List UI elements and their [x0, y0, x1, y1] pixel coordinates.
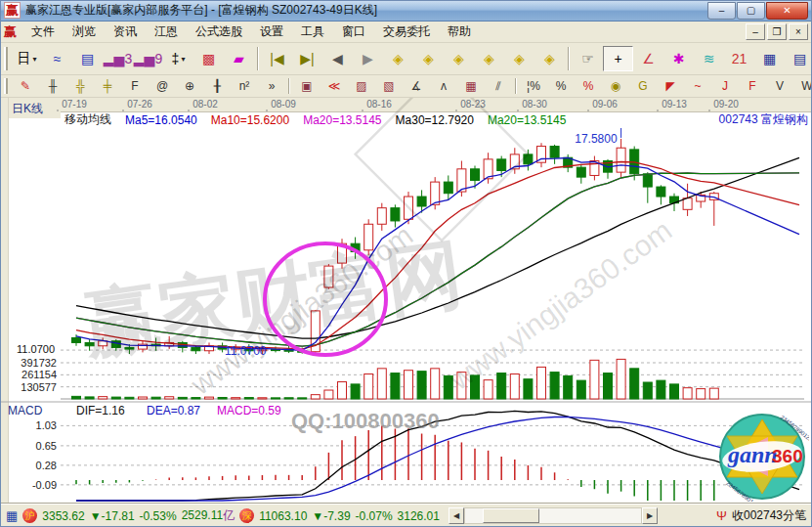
menu-item-7[interactable]: 工具: [292, 22, 333, 42]
dropdown-arrow-icon[interactable]: ▾: [181, 55, 185, 64]
gann-fan-tool[interactable]: ≪: [321, 76, 348, 97]
prev-page-button[interactable]: ◀: [322, 46, 353, 71]
menu-item-6[interactable]: 设置: [251, 22, 292, 42]
shanghai-badge-icon[interactable]: 沪: [22, 508, 37, 523]
volume-9-icon[interactable]: ▂▅9: [133, 46, 163, 71]
report-note-icon[interactable]: ▤: [72, 46, 103, 71]
f-line-tool[interactable]: F: [739, 76, 766, 97]
minimize-button[interactable]: –: [707, 2, 736, 20]
scale-diamond-5[interactable]: ◈: [504, 46, 534, 71]
minute-chart-icon[interactable]: ≈: [42, 46, 72, 71]
macd-axis-label: 1.03: [36, 419, 57, 431]
percent-line-tool[interactable]: %: [575, 76, 602, 97]
dense-grid-tool[interactable]: ▦: [457, 76, 485, 97]
toolbar-grip[interactable]: [4, 78, 8, 94]
next-page-button[interactable]: ▶: [353, 46, 383, 71]
menu-item-5[interactable]: 公式选股: [187, 22, 251, 42]
menu-item-10[interactable]: 帮助: [439, 22, 480, 42]
box-measure-tool[interactable]: ▣: [293, 76, 321, 97]
fan-square-tool[interactable]: ▨: [348, 76, 375, 97]
mdi-close-button[interactable]: ×: [789, 23, 808, 40]
gann-compass-tool[interactable]: ⊕: [176, 76, 203, 97]
fibonacci-tool[interactable]: F: [121, 76, 149, 97]
gann-line-tool[interactable]: W: [793, 76, 812, 97]
angle-measure-tool[interactable]: ∠: [633, 46, 663, 71]
gann-scale-tool[interactable]: ╫: [39, 76, 66, 97]
chip-distribution-icon-glyph: ▩: [202, 51, 215, 66]
crosshair-tool[interactable]: +: [603, 46, 633, 71]
board-grid-icon[interactable]: ▦: [6, 508, 18, 523]
sh-percent-value: -0.53%: [140, 509, 177, 523]
spiral-tool-glyph: @: [156, 79, 168, 93]
toolbar-separator: [257, 47, 259, 70]
calendar-icon[interactable]: 21: [724, 46, 754, 71]
notes-icon[interactable]: ▤: [785, 46, 812, 71]
calculator-icon[interactable]: ▦: [754, 46, 785, 71]
tick-ruler-tool[interactable]: ╂: [203, 76, 231, 97]
percent-tool[interactable]: %: [547, 76, 575, 97]
gold-line-tool[interactable]: G: [629, 76, 657, 97]
candle-body: [657, 187, 665, 197]
square-fan-tool[interactable]: ▧: [375, 76, 403, 97]
spiral-tool[interactable]: @: [149, 76, 176, 97]
j-line-tool[interactable]: J: [711, 76, 739, 97]
scroll-left-arrow[interactable]: ◀: [449, 507, 464, 524]
last-page-button[interactable]: ▶|: [292, 46, 322, 71]
gold-grid-tool-2[interactable]: ╪: [94, 76, 121, 97]
menu-item-9[interactable]: 交易委托: [374, 22, 439, 42]
gold-grid-tool-1[interactable]: ╬: [66, 76, 94, 97]
shenzhen-badge-icon[interactable]: 深: [239, 508, 254, 523]
overflow-button[interactable]: »: [258, 76, 285, 97]
speed-line-tool[interactable]: V: [766, 76, 793, 97]
period-day-dropdown[interactable]: 日▾: [12, 46, 42, 71]
angle-line-tool[interactable]: ∡: [403, 76, 430, 97]
wave-tool[interactable]: ≋: [694, 46, 724, 71]
volume-3-icon[interactable]: ▂▅3: [103, 46, 133, 71]
square-of-nine-tool[interactable]: n²: [231, 76, 258, 97]
sz-index-value: 11063.10: [259, 509, 307, 523]
candle-body: [444, 182, 452, 194]
scale-diamond-4[interactable]: ◈: [474, 46, 504, 71]
scale-diamond-1[interactable]: ◈: [383, 46, 413, 71]
scale-diamond-3[interactable]: ◈: [444, 46, 474, 71]
hand-tool[interactable]: ☞: [573, 46, 603, 71]
percent-column-tool[interactable]: ¦%: [520, 76, 547, 97]
macd-axis-label: -0.09: [32, 479, 57, 491]
draw-brush-tool[interactable]: ✎: [12, 76, 39, 97]
maximize-button[interactable]: ▢: [737, 2, 765, 20]
scale-diamond-2[interactable]: ◈: [413, 46, 444, 71]
toolbar-grip[interactable]: [4, 47, 8, 70]
gann-wheel-tool[interactable]: ✱: [663, 46, 694, 71]
menu-item-4[interactable]: 江恩: [146, 22, 187, 42]
chip-distribution-icon[interactable]: ▩: [193, 46, 224, 71]
wave-percent-tool[interactable]: ~: [684, 76, 711, 97]
tick-data-label[interactable]: 收002743分笔: [732, 507, 806, 524]
volume-axis-label: 130577: [21, 381, 57, 393]
close-button[interactable]: ✕: [766, 2, 808, 20]
gold-circle-tool[interactable]: ◉: [602, 76, 629, 97]
scrollbar-track[interactable]: [464, 507, 642, 524]
volume-bar: [405, 371, 413, 399]
chart-canvas[interactable]: 3917322611541305771.030.650.28-0.0911.07…: [0, 98, 812, 504]
menu-item-2[interactable]: 浏览: [64, 22, 105, 42]
horizontal-scrollbar[interactable]: ◀ ▶: [449, 508, 658, 523]
flag-pen-tool[interactable]: ◤: [657, 76, 684, 97]
slant-lines-tool[interactable]: ⫽: [485, 76, 512, 97]
zigzag-tool[interactable]: ʌ: [430, 76, 457, 97]
compare-flag-icon[interactable]: ▰: [224, 46, 254, 71]
scrollbar-thumb[interactable]: [483, 508, 539, 523]
first-page-button[interactable]: |◀: [262, 46, 292, 71]
menu-item-1[interactable]: 文件: [22, 22, 64, 42]
menu-item-3[interactable]: 资讯: [105, 22, 146, 42]
scroll-right-arrow[interactable]: ▶: [642, 507, 658, 524]
last-page-button-glyph: ▶|: [300, 51, 314, 66]
scale-diamond-6[interactable]: ◈: [534, 46, 565, 71]
chart-region: 日K线 移动均线 Ma5=16.0540Ma10=15.6200Ma20=13.…: [0, 98, 812, 504]
candle-style-dropdown[interactable]: ‡▾: [163, 46, 193, 71]
compare-flag-icon-glyph: ▰: [234, 51, 244, 66]
volume-bar: [72, 396, 81, 399]
mdi-minimize-button[interactable]: –: [746, 23, 765, 40]
menu-item-8[interactable]: 窗口: [333, 22, 374, 42]
dropdown-arrow-icon[interactable]: ▾: [32, 55, 36, 64]
mdi-restore-button[interactable]: ❐: [767, 23, 787, 40]
